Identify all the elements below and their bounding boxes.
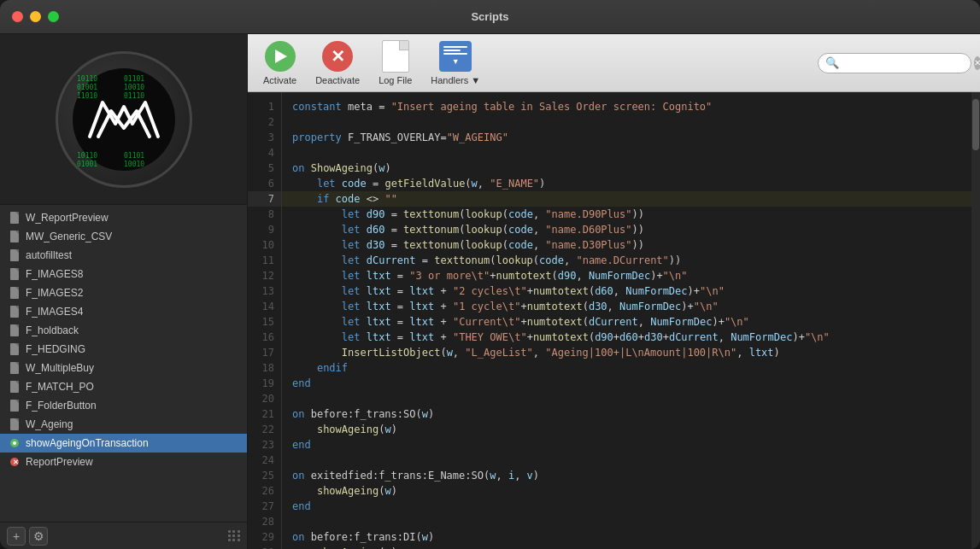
handlers-label: Handlers ▼ bbox=[431, 75, 480, 85]
line-number: 15 bbox=[248, 314, 281, 330]
close-button[interactable] bbox=[12, 11, 23, 22]
line-number: 1 bbox=[248, 99, 281, 114]
logfile-button[interactable]: Log File bbox=[372, 36, 419, 91]
settings-button[interactable]: ⚙ bbox=[29, 527, 48, 546]
scrollbar-thumb[interactable] bbox=[972, 99, 979, 150]
item-label: F_holdback bbox=[26, 324, 79, 336]
line-number: 22 bbox=[248, 422, 281, 437]
svg-text:01101: 01101 bbox=[124, 75, 144, 83]
scrollbar[interactable] bbox=[971, 92, 980, 549]
logfile-label: Log File bbox=[379, 75, 412, 85]
deactivate-icon: ✕ bbox=[322, 41, 353, 72]
item-icon bbox=[9, 400, 21, 412]
sidebar-item-F_holdback[interactable]: F_holdback bbox=[0, 321, 247, 340]
line-number: 23 bbox=[248, 437, 281, 453]
item-label: autofilltest bbox=[26, 249, 72, 261]
line-number: 12 bbox=[248, 268, 281, 283]
item-icon bbox=[9, 287, 21, 299]
item-icon bbox=[9, 437, 21, 449]
item-label: F_IMAGES4 bbox=[26, 306, 83, 318]
line-number: 21 bbox=[248, 406, 281, 422]
deactivate-label: Deactivate bbox=[315, 75, 360, 85]
svg-text:✕: ✕ bbox=[13, 458, 19, 466]
code-line: on exitedfied:f_trans:E_Name:SO(w, i, v) bbox=[282, 468, 971, 483]
handlers-icon: ▼ bbox=[440, 41, 471, 72]
code-line: let ltxt = "3 or more\t"+numtotext(d90, … bbox=[282, 268, 971, 283]
search-clear-button[interactable]: ✕ bbox=[974, 56, 980, 70]
item-icon bbox=[9, 212, 21, 224]
main-content: 10110 01001 11010 01101 10010 01110 1011… bbox=[0, 34, 980, 549]
add-script-button[interactable]: + bbox=[7, 527, 26, 546]
sidebar-item-F_MATCH_PO[interactable]: F_MATCH_PO bbox=[0, 377, 247, 396]
code-line bbox=[282, 114, 971, 130]
sidebar-item-F_IMAGES4[interactable]: F_IMAGES4 bbox=[0, 302, 247, 321]
code-line: constant meta = "Insert ageing table in … bbox=[282, 99, 971, 114]
code-line: let code = getFieldValue(w, "E_NAME") bbox=[282, 176, 971, 191]
item-icon: ✕ bbox=[9, 456, 21, 468]
item-icon bbox=[9, 249, 21, 261]
sidebar-item-W_MultipleBuy[interactable]: W_MultipleBuy bbox=[0, 359, 247, 377]
item-icon bbox=[9, 231, 21, 242]
line-number: 4 bbox=[248, 145, 281, 161]
line-number: 3 bbox=[248, 130, 281, 145]
code-line: let dCurrent = texttonum(lookup(code, "n… bbox=[282, 253, 971, 268]
line-number: 26 bbox=[248, 483, 281, 499]
search-icon: 🔍 bbox=[825, 56, 839, 69]
svg-point-36 bbox=[13, 441, 16, 445]
sidebar-item-MW_Generic_CSV[interactable]: MW_Generic_CSV bbox=[0, 227, 247, 246]
line-number: 6 bbox=[248, 176, 281, 191]
sidebar-item-W_ReportPreview[interactable]: W_ReportPreview bbox=[0, 208, 247, 227]
svg-text:01110: 01110 bbox=[124, 92, 144, 100]
search-input[interactable] bbox=[842, 57, 971, 69]
svg-text:11010: 11010 bbox=[77, 92, 97, 100]
item-icon bbox=[9, 324, 21, 336]
code-line: let d30 = texttonum(lookup(code, "name.D… bbox=[282, 237, 971, 253]
sidebar-footer: + ⚙ bbox=[0, 522, 247, 549]
code-line bbox=[282, 514, 971, 529]
code-line: on ShowAgeing(w) bbox=[282, 161, 971, 176]
code-line: showAgeing(w) bbox=[282, 545, 971, 549]
sidebar-item-showAgeingOnTransaction[interactable]: showAgeingOnTransaction bbox=[0, 434, 247, 453]
sidebar-item-F_HEDGING[interactable]: F_HEDGING bbox=[0, 340, 247, 359]
item-label: showAgeingOnTransaction bbox=[26, 437, 149, 449]
code-content[interactable]: constant meta = "Insert ageing table in … bbox=[282, 92, 971, 549]
handlers-button[interactable]: ▼ Handlers ▼ bbox=[424, 36, 487, 91]
code-editor[interactable]: 1234567891011121314151617181920212223242… bbox=[248, 92, 980, 549]
activate-icon bbox=[265, 41, 296, 72]
line-number: 28 bbox=[248, 514, 281, 529]
code-line: on before:f_trans:SO(w) bbox=[282, 406, 971, 422]
resize-handle[interactable] bbox=[228, 530, 240, 542]
item-icon bbox=[9, 418, 21, 430]
maximize-button[interactable] bbox=[48, 11, 59, 22]
item-label: MW_Generic_CSV bbox=[26, 231, 112, 242]
svg-text:01001: 01001 bbox=[77, 161, 97, 168]
line-number: 30 bbox=[248, 545, 281, 549]
logfile-icon bbox=[380, 41, 411, 72]
minimize-button[interactable] bbox=[30, 11, 41, 22]
sidebar-item-F_IMAGES2[interactable]: F_IMAGES2 bbox=[0, 283, 247, 302]
line-number: 9 bbox=[248, 222, 281, 237]
sidebar-item-W_Ageing[interactable]: W_Ageing bbox=[0, 415, 247, 434]
code-line: InsertListObject(w, "L_AgeList", "Ageing… bbox=[282, 345, 971, 360]
code-line: let ltxt = ltxt + "2 cycles\t"+numtotext… bbox=[282, 283, 971, 299]
svg-text:01001: 01001 bbox=[77, 84, 97, 91]
sidebar-item-F_IMAGES8[interactable]: F_IMAGES8 bbox=[0, 265, 247, 283]
code-line: let ltxt = ltxt + "Current\t"+numtotext(… bbox=[282, 314, 971, 330]
activate-button[interactable]: Activate bbox=[256, 36, 303, 91]
sidebar-item-autofilltest[interactable]: autofilltest bbox=[0, 246, 247, 265]
code-line: let d60 = texttonum(lookup(code, "name.D… bbox=[282, 222, 971, 237]
line-numbers: 1234567891011121314151617181920212223242… bbox=[248, 92, 282, 549]
window-title: Scripts bbox=[471, 10, 508, 23]
sidebar-item-F_FolderButton[interactable]: F_FolderButton bbox=[0, 396, 247, 415]
line-number: 19 bbox=[248, 376, 281, 391]
code-line: if code <> "" bbox=[282, 191, 971, 207]
toolbar: Activate ✕ Deactivate Log File bbox=[248, 34, 980, 92]
item-label: W_ReportPreview bbox=[26, 212, 109, 224]
line-number: 2 bbox=[248, 114, 281, 130]
deactivate-button[interactable]: ✕ Deactivate bbox=[308, 36, 367, 91]
sidebar-item-ReportPreview[interactable]: ✕ReportPreview bbox=[0, 453, 247, 471]
line-number: 5 bbox=[248, 161, 281, 176]
code-line: let ltxt = ltxt + "THEY OWE\t"+numtotext… bbox=[282, 330, 971, 345]
line-number: 25 bbox=[248, 468, 281, 483]
code-line: on before:f_trans:DI(w) bbox=[282, 529, 971, 545]
